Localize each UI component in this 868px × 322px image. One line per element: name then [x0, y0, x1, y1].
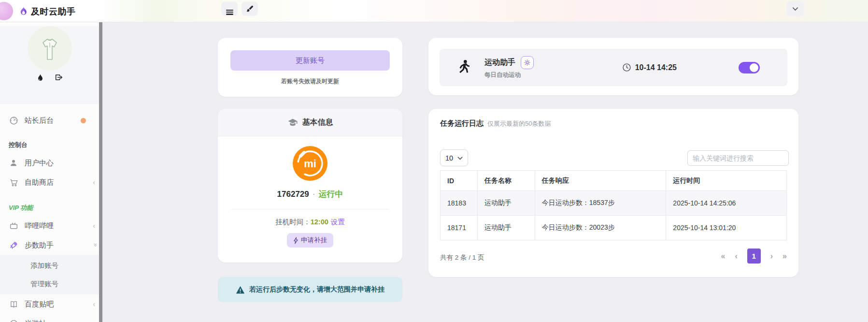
status-running: 运行中: [318, 190, 343, 199]
task-log-subtitle: 仅展示最新的50条数据: [487, 119, 551, 128]
update-account-button[interactable]: 更新账号: [230, 50, 390, 71]
sidebar-item-label: 哔哩哔哩: [25, 221, 54, 231]
profile-panel: [0, 26, 99, 104]
sidebar-menu: 站长后台 控制台 用户中心 自助商店 ‹ VIP 功能: [0, 104, 99, 322]
sidebar-item-label: 自助商店: [25, 178, 54, 187]
hang-time-value: 12:00: [311, 218, 328, 226]
column-header-task-name: 任务名称: [477, 171, 535, 191]
prev-page-button[interactable]: ‹: [735, 252, 737, 261]
apply-rehang-button[interactable]: 申请补挂: [287, 233, 333, 248]
cell-run-time: 2025-10-14 13:01:20: [666, 216, 787, 240]
chevron-left-icon: ‹: [93, 178, 95, 186]
main-content: 更新账号 若账号失效请及时更新 基本信息 mi 1762729·运行中: [99, 22, 868, 322]
pagination-summary: 共有 2 条 / 1 页: [440, 253, 484, 262]
sidebar-subitem-add-account[interactable]: 添加账号: [0, 256, 99, 275]
notification-dot: [81, 118, 86, 123]
sidebar-item-label: 步数助手: [25, 241, 54, 250]
sidebar-scrollbar[interactable]: [99, 22, 102, 322]
sidebar-item-tieba[interactable]: 百度贴吧 ‹: [0, 294, 99, 314]
sidebar-subitem-manage-account[interactable]: 管理账号: [0, 275, 99, 293]
sidebar-item-miyoushe[interactable]: 米游社 ‹: [0, 314, 99, 322]
hamburger-icon: [226, 10, 233, 15]
rocket-icon: [9, 241, 18, 250]
sport-assistant-subtitle: 每日自动运动: [484, 71, 534, 79]
svg-text:mi: mi: [304, 158, 316, 170]
sidebar-item-label: 用户中心: [25, 159, 54, 168]
chevron-left-icon: ‹: [93, 300, 95, 308]
gear-icon: [524, 59, 531, 66]
sidebar-section-label: VIP 功能: [0, 204, 99, 213]
sport-assistant-title: 运动助手: [484, 58, 515, 68]
current-page-button[interactable]: 1: [747, 249, 761, 263]
theme-button[interactable]: [242, 1, 258, 16]
pagination: « ‹ 1 › »: [721, 249, 787, 263]
column-header-id: ID: [441, 171, 478, 191]
sport-assistant-row: 运动助手 每日自动运动 10-14 14:25: [440, 49, 787, 86]
account-status-line: 1762729·运行中: [218, 189, 402, 200]
hang-time-settings-link[interactable]: 设置: [331, 218, 345, 226]
update-account-hint: 若账号失效请及时更新: [218, 77, 402, 86]
sidebar-section-label: 控制台: [0, 141, 99, 150]
sidebar-item-label: 米游社: [25, 319, 46, 322]
drop-icon[interactable]: [37, 73, 44, 82]
next-page-button[interactable]: ›: [770, 252, 773, 261]
cell-task-name: 运动助手: [477, 191, 535, 216]
cell-response: 今日运动步数：20023步: [535, 216, 666, 240]
toggle-knob: [750, 63, 758, 72]
column-header-response: 任务响应: [535, 171, 666, 191]
sport-assistant-card: 运动助手 每日自动运动 10-14 14:25: [428, 38, 798, 95]
top-header: 及时云助手: [0, 0, 868, 22]
sport-toggle-switch[interactable]: [739, 62, 760, 73]
clock-icon: [622, 63, 631, 72]
gauge-icon: [9, 116, 18, 125]
log-search-input[interactable]: [687, 150, 789, 166]
separator-dot: ·: [313, 190, 315, 199]
sidebar-item-label: 站长后台: [25, 116, 54, 125]
flame-icon: [18, 5, 29, 17]
sidebar-toggle-button[interactable]: [221, 1, 238, 16]
cell-id: 18171: [441, 216, 478, 240]
warning-triangle-icon: [236, 286, 245, 294]
sport-settings-button[interactable]: [521, 56, 534, 69]
sidebar-item-user-center[interactable]: 用户中心: [0, 153, 99, 173]
sidebar-item-bilibili[interactable]: 哔哩哔哩 ‹: [0, 216, 99, 235]
chevron-down-icon: [792, 7, 798, 11]
logout-icon[interactable]: [55, 73, 63, 82]
table-row[interactable]: 18171 运动助手 今日运动步数：20023步 2025-10-14 13:0…: [441, 216, 787, 240]
graduation-cap-icon: [287, 118, 298, 127]
runner-icon: [454, 59, 471, 77]
steps-submenu: 添加账号 管理账号: [0, 255, 99, 294]
sidebar-item-admin[interactable]: 站长后台: [0, 111, 99, 130]
task-log-title: 任务运行日志: [440, 119, 484, 128]
mi-logo: mi: [293, 146, 327, 181]
first-page-button[interactable]: «: [721, 252, 726, 261]
page-size-value: 10: [445, 154, 453, 162]
page-size-select[interactable]: 10: [440, 149, 468, 166]
account-id: 1762729: [277, 190, 309, 199]
app-title: 及时云助手: [31, 6, 76, 17]
cell-task-name: 运动助手: [477, 216, 535, 240]
table-row[interactable]: 18183 运动助手 今日运动步数：18537步 2025-10-14 14:2…: [441, 191, 787, 216]
sidebar-item-steps[interactable]: 步数助手 «: [0, 235, 99, 255]
next-run-time-value: 10-14 14:25: [635, 63, 677, 72]
logo-zone: 及时云助手: [0, 0, 99, 22]
hang-time-line: 挂机时间：12:00设置: [218, 218, 402, 227]
sidebar-item-shop[interactable]: 自助商店 ‹: [0, 173, 99, 192]
last-page-button[interactable]: »: [783, 252, 787, 261]
basic-info-title: 基本信息: [302, 117, 333, 128]
sidebar: 站长后台 控制台 用户中心 自助商店 ‹ VIP 功能: [0, 22, 99, 322]
cell-id: 18183: [441, 191, 478, 216]
apply-rehang-label: 申请补挂: [301, 236, 327, 245]
header-collapse-button[interactable]: [786, 1, 804, 16]
chevron-left-icon: ‹: [93, 222, 95, 230]
chevron-left-icon: ‹: [93, 320, 95, 322]
sidebar-item-label: 百度贴吧: [25, 300, 54, 309]
user-icon: [9, 159, 18, 167]
hang-time-label: 挂机时间：: [275, 218, 311, 226]
compass-icon: [9, 319, 18, 322]
next-run-time: 10-14 14:25: [622, 63, 677, 72]
task-log-table: ID 任务名称 任务响应 运行时间 18183 运动助手 今日运动步数：1853…: [440, 170, 787, 240]
update-account-card: 更新账号 若账号失效请及时更新: [218, 38, 402, 97]
tv-icon: [9, 221, 18, 231]
warning-text: 若运行后步数无变化，请增大范围并申请补挂: [249, 285, 384, 294]
